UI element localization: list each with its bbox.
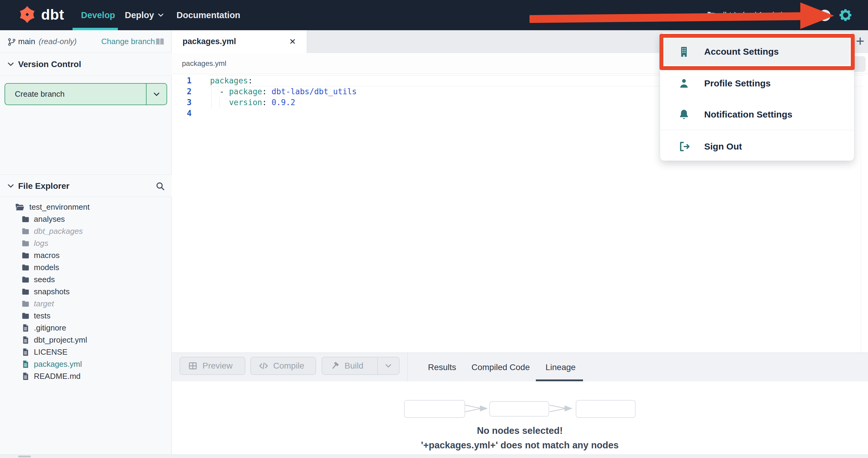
file-row[interactable]: dbt_packages [0, 225, 172, 237]
dbt-flame-icon [18, 5, 37, 24]
file-row-selected[interactable]: packages.yml [0, 358, 172, 370]
file-name: dbt_project.yml [34, 334, 87, 346]
file-icon [21, 348, 30, 357]
chevron-down-icon [384, 362, 392, 370]
folder-icon [21, 251, 30, 260]
bell-icon [678, 108, 690, 121]
tab-lineage[interactable]: Lineage [546, 353, 576, 382]
annotation-arrow-head [800, 2, 834, 29]
code-icon [259, 361, 268, 371]
file-icon [21, 360, 30, 368]
folder-open-icon [14, 202, 25, 212]
file-row[interactable]: .gitignore [0, 322, 172, 334]
breadcrumb: packages.yml [182, 53, 226, 74]
file-name: target [34, 298, 54, 310]
preview-label: Preview [203, 361, 233, 371]
search-icon[interactable] [155, 181, 165, 191]
folder-icon [21, 227, 30, 236]
folder-icon [21, 275, 30, 284]
hammer-icon [330, 361, 340, 371]
folder-icon [21, 215, 30, 224]
lineage-empty-subtitle: '+packages.yml+' does not match any node… [172, 440, 868, 451]
compile-label: Compile [273, 361, 304, 371]
create-branch-label: Create branch [15, 90, 65, 99]
branch-mode: (read-only) [39, 30, 77, 53]
file-explorer-header[interactable]: File Explorer [0, 174, 172, 197]
folder-icon [21, 263, 30, 272]
file-icon [21, 336, 30, 345]
file-name: test_environment [29, 201, 89, 213]
file-explorer-title: File Explorer [18, 175, 69, 197]
branch-row: main (read-only) Change branch [0, 30, 172, 53]
file-name: snapshots [34, 286, 70, 298]
git-branch-icon [7, 37, 16, 46]
file-row[interactable]: target [0, 298, 172, 310]
file-icon [21, 324, 30, 332]
folder-icon [21, 312, 30, 320]
build-label: Build [345, 361, 363, 371]
version-control-title: Version Control [18, 53, 81, 75]
change-branch-link[interactable]: Change branch [101, 30, 155, 53]
build-dropdown[interactable] [377, 357, 399, 374]
file-row[interactable]: test_environment [0, 201, 172, 213]
create-branch-button[interactable]: Create branch [4, 83, 167, 105]
tab-label: packages.yml [183, 30, 236, 53]
file-row[interactable]: tests [0, 310, 172, 322]
tab-packages-yml[interactable]: packages.yml ✕ [172, 30, 307, 53]
dbt-logo[interactable]: dbt [18, 5, 64, 24]
file-name: packages.yml [34, 358, 82, 370]
sign-out-icon [678, 140, 690, 153]
gear-icon[interactable] [838, 8, 853, 22]
annotation-highlight-box [659, 34, 855, 70]
active-nav-underline [72, 28, 118, 30]
file-row[interactable]: seeds [0, 273, 172, 286]
table-grid-icon [188, 361, 198, 371]
compile-button[interactable]: Compile [250, 357, 316, 375]
file-row[interactable]: logs [0, 237, 172, 249]
preview-button[interactable]: Preview [180, 357, 245, 375]
nav-deploy-label: Deploy [125, 10, 154, 20]
menu-item-profile-settings[interactable]: Profile Settings [660, 71, 854, 95]
tab-compiled-code[interactable]: Compiled Code [471, 353, 530, 382]
file-row[interactable]: README.md [0, 370, 172, 382]
chevron-down-icon[interactable] [7, 182, 15, 190]
lineage-edges [402, 397, 647, 421]
brand-text: dbt [41, 6, 64, 23]
build-button[interactable]: Build [321, 357, 400, 375]
docs-book-icon[interactable] [155, 37, 165, 47]
scrollbar-thumb[interactable] [18, 456, 31, 457]
file-row[interactable]: macros [0, 249, 172, 261]
file-row[interactable]: dbt_project.yml [0, 334, 172, 346]
menu-item-sign-out[interactable]: Sign Out [660, 134, 854, 159]
create-branch-dropdown[interactable] [146, 84, 166, 104]
file-name: tests [34, 310, 51, 322]
nav-develop[interactable]: Develop [81, 0, 115, 30]
panel-divider [407, 353, 408, 382]
lineage-canvas: No nodes selected! '+packages.yml+' does… [172, 381, 868, 454]
file-name: .gitignore [34, 322, 66, 334]
chevron-down-icon [153, 90, 160, 98]
file-row[interactable]: snapshots [0, 286, 172, 298]
file-row[interactable]: LICENSE [0, 346, 172, 358]
file-row[interactable]: models [0, 261, 172, 273]
file-name: seeds [34, 273, 55, 286]
close-tab-icon[interactable]: ✕ [285, 30, 300, 53]
file-name: dbt_packages [34, 225, 83, 237]
nav-deploy[interactable]: Deploy [125, 0, 164, 30]
file-icon [21, 372, 30, 381]
chevron-down-icon[interactable] [7, 60, 15, 68]
nav-documentation[interactable]: Documentation [177, 0, 240, 30]
version-control-header[interactable]: Version Control [0, 53, 172, 75]
file-name: models [34, 261, 59, 273]
menu-item-notification-settings[interactable]: Notification Settings [660, 102, 854, 127]
line-number: 2 [172, 87, 196, 96]
chevron-down-icon [157, 11, 164, 19]
file-name: analyses [34, 213, 65, 225]
sidebar: main (read-only) Change branch Version C… [0, 30, 172, 458]
menu-item-label: Sign Out [704, 141, 742, 152]
branch-name: main [18, 30, 35, 53]
file-row[interactable]: analyses [0, 213, 172, 225]
folder-icon [21, 239, 30, 248]
horizontal-scrollbar[interactable] [0, 454, 868, 458]
tab-results[interactable]: Results [428, 353, 456, 382]
